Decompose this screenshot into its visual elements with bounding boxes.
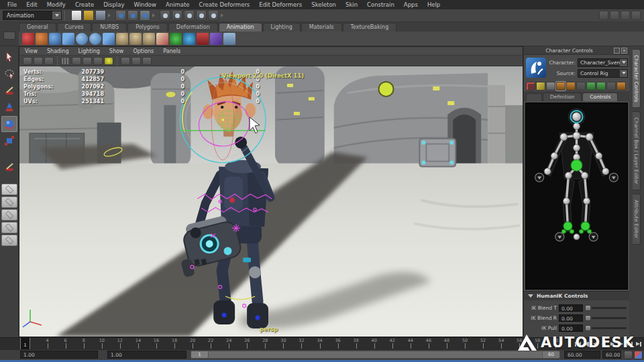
timeline-frame[interactable]: 54	[492, 338, 511, 349]
select-camera-icon[interactable]	[23, 57, 32, 65]
snap-grid-icon[interactable]	[160, 10, 170, 21]
menu-item[interactable]: Create Deformers	[195, 0, 255, 9]
joint-right-hip[interactable]	[582, 172, 588, 179]
menu-item[interactable]: Edit Deformers	[254, 0, 307, 9]
select-tool[interactable]	[1, 49, 17, 65]
timeline-frame[interactable]: 52	[474, 338, 492, 349]
timeline-frame[interactable]: 24	[220, 338, 238, 349]
timeline-frame[interactable]: 34	[311, 338, 329, 349]
menu-item[interactable]: Skin	[341, 0, 362, 9]
paint-select-tool[interactable]	[1, 82, 17, 99]
range-start-handle[interactable]: 1	[191, 351, 209, 358]
character-icon[interactable]	[143, 33, 155, 45]
joint-head[interactable]	[572, 113, 581, 121]
wireframe-on-shaded-icon[interactable]	[142, 57, 152, 65]
joint-tool-icon[interactable]	[76, 33, 88, 45]
field-value-input[interactable]: 0.00	[559, 314, 583, 322]
edit-character-icon[interactable]	[536, 82, 545, 90]
new-scene-icon[interactable]	[71, 10, 82, 21]
close-panel-icon[interactable]	[621, 48, 627, 54]
body-part-mode-icon[interactable]	[566, 82, 576, 90]
grid-toggle-icon[interactable]	[61, 57, 70, 65]
turntable-icon[interactable]	[197, 33, 209, 45]
menu-item[interactable]: Window	[129, 0, 161, 9]
paint-skin-weights-icon[interactable]	[156, 33, 168, 45]
shelf-tab[interactable]: Animation	[219, 23, 262, 32]
menu-item[interactable]: Help	[423, 0, 445, 9]
auto-keyframe-icon[interactable]	[624, 351, 633, 359]
motion-path-icon[interactable]	[183, 33, 195, 45]
open-scene-icon[interactable]	[83, 10, 94, 21]
current-frame-indicator[interactable]: 1	[20, 338, 30, 349]
joint-right-shoulder[interactable]	[586, 133, 593, 141]
joint-right-knee[interactable]	[584, 198, 590, 204]
set-blend-shape-icon[interactable]	[49, 33, 61, 45]
timeline-frame[interactable]: 48	[437, 338, 455, 349]
rotate-tool[interactable]	[1, 116, 17, 132]
lasso-tool[interactable]	[1, 66, 17, 82]
cc-tab[interactable]: Definition	[543, 93, 582, 101]
menu-item[interactable]: Animate	[161, 0, 195, 9]
shelf-tab[interactable]: Curves	[57, 23, 92, 32]
pin-translate-icon[interactable]	[606, 82, 616, 90]
joint-right-wrist[interactable]	[602, 168, 609, 175]
timeline-frame[interactable]: 4	[38, 338, 56, 349]
highlight-selection-icon[interactable]	[599, 11, 608, 20]
cc-tab[interactable]: Controls	[582, 93, 618, 101]
construction-history-icon[interactable]	[610, 11, 619, 20]
playback-start-input[interactable]: 1.00	[107, 351, 186, 359]
scale-tool[interactable]	[1, 133, 17, 149]
move-tool[interactable]	[1, 99, 17, 115]
shelf-tab[interactable]: Polygons	[127, 23, 168, 32]
custom-rig-tab[interactable]	[526, 93, 542, 101]
sidebar-tab[interactable]: Channel Box / Layer Editor	[633, 111, 641, 190]
timeline-frame[interactable]: 46	[419, 338, 437, 349]
range-end-handle[interactable]: 60	[542, 351, 559, 358]
stance-pose-icon[interactable]	[616, 82, 626, 90]
camera-attributes-icon[interactable]	[34, 57, 43, 65]
animation-start-input[interactable]: 1.00	[20, 351, 98, 359]
snap-plane-icon[interactable]	[196, 10, 207, 21]
joint-spine-mid[interactable]	[573, 144, 580, 151]
joint-left-elbow[interactable]	[551, 152, 557, 159]
shelf-tab[interactable]: Materials	[301, 23, 342, 32]
timeline-frame[interactable]: 38	[347, 338, 365, 349]
joint-left-knee[interactable]	[563, 198, 570, 204]
field-slider[interactable]	[585, 324, 627, 332]
lighting-toggle-icon[interactable]	[104, 57, 113, 65]
field-value-input[interactable]: 0.00	[559, 324, 583, 332]
timeline-frame[interactable]: 42	[383, 338, 401, 349]
playblast-icon[interactable]	[210, 33, 222, 45]
xray-icon[interactable]	[131, 57, 141, 65]
effector-right-ankle[interactable]	[581, 222, 590, 231]
range-slider-track[interactable]: 1 60	[191, 351, 560, 359]
timeline-frame[interactable]: 8	[74, 338, 93, 349]
timeline-frame[interactable]: 50	[456, 338, 474, 349]
timeline-frame[interactable]: 30	[274, 338, 292, 349]
effector-hips[interactable]	[571, 160, 582, 171]
layout-persp-outliner-button[interactable]	[1, 209, 17, 221]
add-keyframe-icon[interactable]	[586, 82, 596, 90]
show-character-icon[interactable]	[546, 82, 555, 90]
human-ik-icon[interactable]	[116, 33, 128, 45]
sidebar-tab[interactable]: Character Controls	[633, 49, 641, 108]
select-object-icon[interactable]	[127, 10, 138, 21]
timeline-frame[interactable]: 36	[329, 338, 347, 349]
timeline-frame[interactable]: 20	[184, 338, 202, 349]
character-dropdown[interactable]: Character_Sven	[578, 58, 628, 67]
timeline-frame[interactable]: 32	[292, 338, 311, 349]
menu-item[interactable]: Display	[99, 0, 129, 9]
animation-end-input[interactable]: 60.00	[602, 351, 621, 359]
set-key-icon[interactable]	[22, 33, 34, 45]
menu-item[interactable]: Constrain	[362, 0, 399, 9]
go-to-end-button[interactable]	[635, 340, 643, 348]
layout-two-pane-button[interactable]	[1, 235, 17, 246]
panel-menu-item[interactable]: Panels	[163, 48, 180, 54]
panel-menu-item[interactable]: Options	[133, 48, 154, 54]
timeline-frame[interactable]: 26	[238, 338, 256, 349]
menu-item[interactable]: Create	[70, 0, 99, 9]
shelf-tab[interactable]: General	[19, 23, 56, 32]
layout-persp-graph-button[interactable]	[1, 222, 17, 233]
shelf-tab[interactable]: Deformation	[168, 23, 218, 32]
detach-panel-icon[interactable]	[614, 48, 620, 54]
